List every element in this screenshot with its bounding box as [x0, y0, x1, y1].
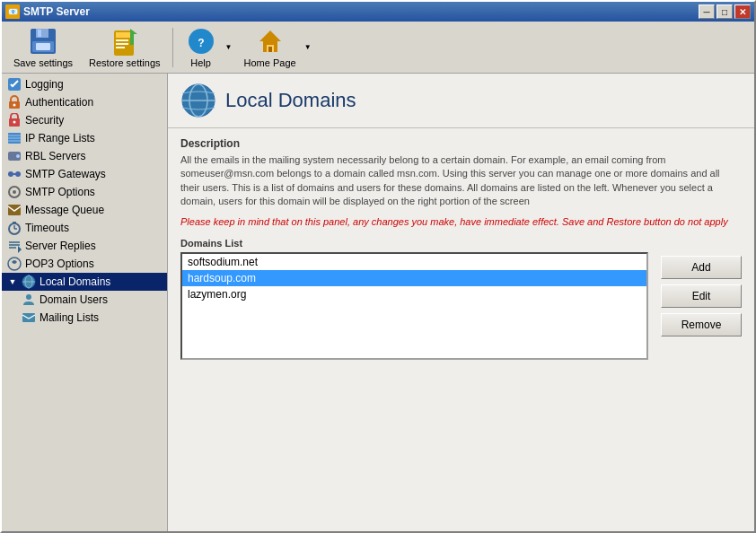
sidebar-item-message-queue[interactable]: Message Queue [2, 201, 167, 219]
sidebar-item-rbl-servers-label: RBL Servers [25, 150, 86, 162]
sidebar-item-ip-range-lists-label: IP Range Lists [25, 132, 95, 144]
rbl-servers-icon [7, 149, 22, 163]
timeouts-icon [7, 221, 22, 235]
window-controls: ─ □ ✕ [699, 4, 751, 19]
panel-header-icon [180, 83, 216, 118]
sidebar-item-security-label: Security [25, 114, 64, 127]
ip-range-icon [7, 131, 22, 145]
mailing-lists-icon [22, 310, 36, 325]
restore-settings-label: Restore settings [89, 57, 160, 68]
home-dropdown-arrow[interactable]: ▼ [303, 31, 313, 64]
svg-point-26 [8, 171, 13, 177]
sidebar-item-server-replies[interactable]: Server Replies [2, 237, 167, 255]
restore-settings-button[interactable]: Restore settings [83, 23, 166, 72]
domains-buttons: Add Edit Remove [661, 238, 742, 360]
add-button[interactable]: Add [661, 256, 742, 279]
maximize-button[interactable]: □ [716, 4, 733, 19]
warning-text: Please keep in mind that on this panel, … [180, 216, 742, 227]
sidebar-item-timeouts-label: Timeouts [25, 222, 69, 234]
authentication-icon [7, 95, 22, 109]
restore-icon [110, 27, 139, 56]
sidebar-item-logging[interactable]: Logging [2, 75, 167, 93]
sidebar-item-message-queue-label: Message Queue [25, 204, 104, 216]
svg-marker-39 [18, 246, 22, 253]
local-domains-expand-icon: ▼ [7, 276, 18, 287]
sidebar-item-server-replies-label: Server Replies [25, 240, 96, 252]
domain-item-hardsoup[interactable]: hardsoup.com [182, 270, 646, 286]
main-window: 📧 SMTP Server ─ □ ✕ Save settings [0, 0, 756, 533]
sidebar-item-domain-users-label: Domain Users [40, 293, 108, 306]
minimize-button[interactable]: ─ [699, 4, 715, 19]
domains-listbox[interactable]: softsodium.net hardsoup.com lazymen.org [180, 252, 648, 360]
panel-header: Local Domains [168, 74, 754, 128]
content-area: Logging Authentication [2, 74, 754, 531]
panel-title: Local Domains [225, 89, 356, 112]
sidebar-item-security[interactable]: Security [2, 111, 167, 129]
security-icon [7, 113, 22, 127]
domain-users-icon [22, 293, 36, 307]
local-domains-icon [22, 275, 36, 289]
home-page-button[interactable]: Home Page [238, 23, 303, 72]
domains-list-container: Domains List softsodium.net hardsoup.com… [180, 238, 648, 360]
close-button[interactable]: ✕ [734, 4, 751, 19]
svg-rect-14 [268, 47, 272, 52]
panel-body: Description All the emails in the mailin… [168, 128, 754, 369]
logging-icon [7, 77, 22, 92]
svg-point-19 [13, 121, 16, 124]
svg-rect-2 [38, 30, 41, 37]
svg-rect-7 [116, 39, 128, 41]
sidebar-item-domain-users[interactable]: Domain Users [2, 291, 167, 309]
home-page-label: Home Page [244, 57, 296, 68]
domain-item-softsodium[interactable]: softsodium.net [182, 254, 646, 270]
svg-point-17 [13, 104, 16, 107]
sidebar-item-logging-label: Logging [25, 78, 64, 91]
sidebar-item-pop3-options[interactable]: POP3 Options [2, 255, 167, 273]
smtp-options-icon [7, 185, 22, 199]
svg-point-44 [26, 294, 31, 300]
sidebar-item-authentication[interactable]: Authentication [2, 93, 167, 111]
description-title: Description [180, 137, 742, 150]
svg-text:?: ? [198, 37, 204, 49]
sidebar: Logging Authentication [2, 74, 168, 531]
toolbar-separator-1 [172, 28, 173, 67]
sidebar-item-smtp-gateways-label: SMTP Gateways [25, 168, 106, 180]
sidebar-item-authentication-label: Authentication [25, 96, 93, 109]
toolbar: Save settings Restore settings [2, 22, 754, 74]
svg-rect-45 [22, 313, 35, 322]
help-dropdown-arrow[interactable]: ▼ [224, 31, 234, 64]
sidebar-item-ip-range-lists[interactable]: IP Range Lists [2, 129, 167, 147]
title-bar: 📧 SMTP Server ─ □ ✕ [2, 2, 754, 22]
window-title: SMTP Server [23, 5, 90, 18]
sidebar-item-mailing-lists[interactable]: Mailing Lists [2, 309, 167, 327]
sidebar-item-local-domains[interactable]: ▼ Local Domains [2, 273, 167, 291]
smtp-gateways-icon [7, 167, 22, 181]
domains-section: Domains List softsodium.net hardsoup.com… [180, 238, 742, 360]
domains-list-label: Domains List [180, 238, 648, 249]
svg-rect-6 [116, 32, 132, 38]
sidebar-item-smtp-options-label: SMTP Options [25, 186, 95, 198]
svg-point-27 [15, 171, 21, 177]
help-button[interactable]: ? Help [179, 23, 224, 72]
save-settings-label: Save settings [13, 57, 73, 68]
svg-rect-8 [116, 43, 128, 45]
save-icon [29, 27, 57, 56]
sidebar-item-smtp-gateways[interactable]: SMTP Gateways [2, 165, 167, 183]
main-panel: Local Domains Description All the emails… [168, 74, 754, 531]
sidebar-item-rbl-servers[interactable]: RBL Servers [2, 147, 167, 165]
help-label: Help [190, 57, 211, 68]
svg-rect-31 [8, 205, 21, 215]
svg-point-30 [13, 190, 16, 194]
domain-item-lazymen[interactable]: lazymen.org [182, 286, 646, 302]
pop3-options-icon [7, 257, 22, 271]
sidebar-item-timeouts[interactable]: Timeouts [2, 219, 167, 237]
svg-rect-4 [36, 43, 50, 50]
svg-point-25 [16, 154, 20, 158]
description-text: All the emails in the mailing system nec… [180, 153, 742, 209]
save-settings-button[interactable]: Save settings [7, 23, 79, 72]
sidebar-item-mailing-lists-label: Mailing Lists [40, 311, 99, 324]
sidebar-item-smtp-options[interactable]: SMTP Options [2, 183, 167, 201]
edit-button[interactable]: Edit [661, 284, 742, 308]
remove-button[interactable]: Remove [661, 313, 742, 336]
title-bar-left: 📧 SMTP Server [5, 4, 90, 19]
home-icon [256, 27, 285, 56]
